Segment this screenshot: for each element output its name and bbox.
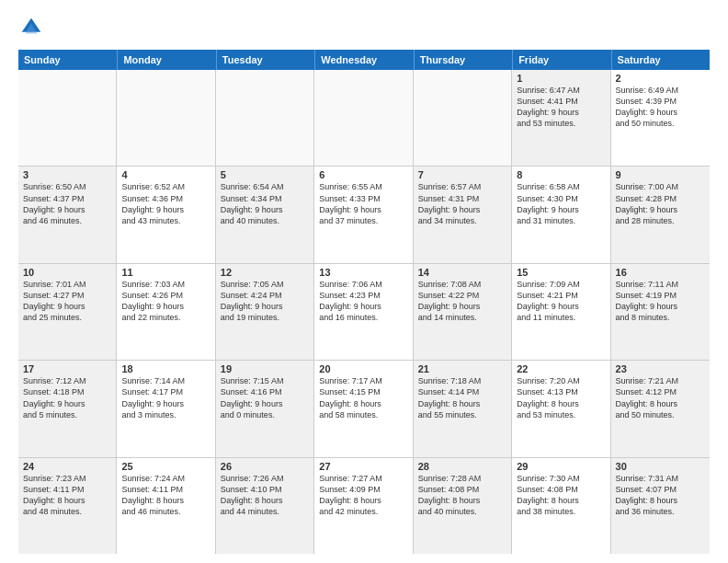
cal-cell-5-1: 24Sunrise: 7:23 AM Sunset: 4:11 PM Dayli… xyxy=(18,458,117,554)
day-number: 9 xyxy=(616,169,705,180)
day-info: Sunrise: 7:15 AM Sunset: 4:16 PM Dayligh… xyxy=(221,375,309,420)
cal-cell-3-4: 13Sunrise: 7:06 AM Sunset: 4:23 PM Dayli… xyxy=(314,264,413,360)
header-day-wednesday: Wednesday xyxy=(314,50,413,70)
cal-cell-4-2: 18Sunrise: 7:14 AM Sunset: 4:17 PM Dayli… xyxy=(117,361,215,456)
day-info: Sunrise: 7:03 AM Sunset: 4:26 PM Dayligh… xyxy=(121,279,210,324)
day-info: Sunrise: 7:09 AM Sunset: 4:21 PM Dayligh… xyxy=(517,279,605,324)
cal-cell-3-1: 10Sunrise: 7:01 AM Sunset: 4:27 PM Dayli… xyxy=(18,264,117,360)
cal-cell-2-6: 8Sunrise: 6:58 AM Sunset: 4:30 PM Daylig… xyxy=(512,167,610,262)
day-info: Sunrise: 7:18 AM Sunset: 4:14 PM Dayligh… xyxy=(418,375,506,420)
day-number: 16 xyxy=(616,267,705,278)
day-info: Sunrise: 6:49 AM Sunset: 4:39 PM Dayligh… xyxy=(616,85,705,130)
day-number: 3 xyxy=(23,169,111,180)
day-number: 25 xyxy=(121,461,210,472)
day-number: 26 xyxy=(221,461,309,472)
day-info: Sunrise: 7:12 AM Sunset: 4:18 PM Dayligh… xyxy=(23,375,111,420)
cal-cell-5-4: 27Sunrise: 7:27 AM Sunset: 4:09 PM Dayli… xyxy=(314,458,413,554)
week-row-4: 17Sunrise: 7:12 AM Sunset: 4:18 PM Dayli… xyxy=(18,361,710,457)
day-number: 18 xyxy=(121,363,210,374)
day-info: Sunrise: 6:57 AM Sunset: 4:31 PM Dayligh… xyxy=(418,181,506,226)
header-day-saturday: Saturday xyxy=(611,50,710,70)
day-info: Sunrise: 6:47 AM Sunset: 4:41 PM Dayligh… xyxy=(517,85,605,130)
day-number: 13 xyxy=(319,267,407,278)
day-info: Sunrise: 7:05 AM Sunset: 4:24 PM Dayligh… xyxy=(221,279,309,324)
day-number: 30 xyxy=(616,461,705,472)
day-info: Sunrise: 7:17 AM Sunset: 4:15 PM Dayligh… xyxy=(319,375,407,420)
cal-cell-1-5 xyxy=(414,70,512,166)
cal-cell-5-6: 29Sunrise: 7:30 AM Sunset: 4:08 PM Dayli… xyxy=(512,458,610,554)
day-number: 20 xyxy=(319,363,407,374)
calendar-header: SundayMondayTuesdayWednesdayThursdayFrid… xyxy=(18,50,710,70)
calendar: SundayMondayTuesdayWednesdayThursdayFrid… xyxy=(18,50,710,554)
day-info: Sunrise: 6:52 AM Sunset: 4:36 PM Dayligh… xyxy=(121,181,210,226)
header-day-sunday: Sunday xyxy=(18,50,117,70)
cal-cell-3-3: 12Sunrise: 7:05 AM Sunset: 4:24 PM Dayli… xyxy=(216,264,314,360)
week-row-5: 24Sunrise: 7:23 AM Sunset: 4:11 PM Dayli… xyxy=(18,458,710,554)
page: SundayMondayTuesdayWednesdayThursdayFrid… xyxy=(0,0,728,563)
cal-cell-5-7: 30Sunrise: 7:31 AM Sunset: 4:07 PM Dayli… xyxy=(611,458,710,554)
cal-cell-4-7: 23Sunrise: 7:21 AM Sunset: 4:12 PM Dayli… xyxy=(611,361,710,456)
cal-cell-2-4: 6Sunrise: 6:55 AM Sunset: 4:33 PM Daylig… xyxy=(314,167,413,262)
day-number: 21 xyxy=(418,363,506,374)
cal-cell-4-3: 19Sunrise: 7:15 AM Sunset: 4:16 PM Dayli… xyxy=(216,361,314,456)
logo xyxy=(18,15,48,40)
day-number: 1 xyxy=(517,73,605,84)
day-info: Sunrise: 7:08 AM Sunset: 4:22 PM Dayligh… xyxy=(418,279,506,324)
logo-icon xyxy=(18,15,44,40)
day-number: 4 xyxy=(121,169,210,180)
day-info: Sunrise: 6:54 AM Sunset: 4:34 PM Dayligh… xyxy=(221,181,309,226)
header-day-monday: Monday xyxy=(117,50,215,70)
day-number: 10 xyxy=(23,267,111,278)
header-day-friday: Friday xyxy=(512,50,610,70)
day-number: 5 xyxy=(221,169,309,180)
week-row-3: 10Sunrise: 7:01 AM Sunset: 4:27 PM Dayli… xyxy=(18,264,710,361)
day-number: 23 xyxy=(616,363,705,374)
cal-cell-2-2: 4Sunrise: 6:52 AM Sunset: 4:36 PM Daylig… xyxy=(117,167,215,262)
header-day-thursday: Thursday xyxy=(414,50,512,70)
week-row-1: 1Sunrise: 6:47 AM Sunset: 4:41 PM Daylig… xyxy=(18,70,710,167)
cal-cell-1-1 xyxy=(18,70,117,166)
day-info: Sunrise: 6:55 AM Sunset: 4:33 PM Dayligh… xyxy=(319,181,407,226)
day-info: Sunrise: 7:11 AM Sunset: 4:19 PM Dayligh… xyxy=(616,279,705,324)
calendar-body: 1Sunrise: 6:47 AM Sunset: 4:41 PM Daylig… xyxy=(18,70,710,554)
day-info: Sunrise: 7:20 AM Sunset: 4:13 PM Dayligh… xyxy=(517,375,605,420)
day-number: 11 xyxy=(121,267,210,278)
day-info: Sunrise: 7:01 AM Sunset: 4:27 PM Dayligh… xyxy=(23,279,111,324)
day-number: 2 xyxy=(616,73,705,84)
day-info: Sunrise: 7:23 AM Sunset: 4:11 PM Dayligh… xyxy=(23,473,111,518)
day-info: Sunrise: 7:27 AM Sunset: 4:09 PM Dayligh… xyxy=(319,473,407,518)
day-info: Sunrise: 7:28 AM Sunset: 4:08 PM Dayligh… xyxy=(418,473,506,518)
cal-cell-5-2: 25Sunrise: 7:24 AM Sunset: 4:11 PM Dayli… xyxy=(117,458,215,554)
cal-cell-1-2 xyxy=(117,70,215,166)
cal-cell-4-1: 17Sunrise: 7:12 AM Sunset: 4:18 PM Dayli… xyxy=(18,361,117,456)
day-number: 14 xyxy=(418,267,506,278)
day-info: Sunrise: 7:21 AM Sunset: 4:12 PM Dayligh… xyxy=(616,375,705,420)
day-number: 22 xyxy=(517,363,605,374)
cal-cell-2-3: 5Sunrise: 6:54 AM Sunset: 4:34 PM Daylig… xyxy=(216,167,314,262)
day-info: Sunrise: 7:00 AM Sunset: 4:28 PM Dayligh… xyxy=(616,181,705,226)
cal-cell-5-5: 28Sunrise: 7:28 AM Sunset: 4:08 PM Dayli… xyxy=(414,458,512,554)
cal-cell-1-3 xyxy=(216,70,314,166)
cal-cell-3-5: 14Sunrise: 7:08 AM Sunset: 4:22 PM Dayli… xyxy=(414,264,512,360)
day-info: Sunrise: 7:31 AM Sunset: 4:07 PM Dayligh… xyxy=(616,473,705,518)
day-number: 24 xyxy=(23,461,111,472)
header-day-tuesday: Tuesday xyxy=(216,50,314,70)
cal-cell-1-7: 2Sunrise: 6:49 AM Sunset: 4:39 PM Daylig… xyxy=(611,70,710,166)
cal-cell-3-7: 16Sunrise: 7:11 AM Sunset: 4:19 PM Dayli… xyxy=(611,264,710,360)
day-number: 17 xyxy=(23,363,111,374)
day-info: Sunrise: 6:50 AM Sunset: 4:37 PM Dayligh… xyxy=(23,181,111,226)
cal-cell-2-7: 9Sunrise: 7:00 AM Sunset: 4:28 PM Daylig… xyxy=(611,167,710,262)
cal-cell-1-6: 1Sunrise: 6:47 AM Sunset: 4:41 PM Daylig… xyxy=(512,70,610,166)
day-number: 12 xyxy=(221,267,309,278)
day-info: Sunrise: 7:14 AM Sunset: 4:17 PM Dayligh… xyxy=(121,375,210,420)
day-info: Sunrise: 7:06 AM Sunset: 4:23 PM Dayligh… xyxy=(319,279,407,324)
cal-cell-3-6: 15Sunrise: 7:09 AM Sunset: 4:21 PM Dayli… xyxy=(512,264,610,360)
day-number: 27 xyxy=(319,461,407,472)
week-row-2: 3Sunrise: 6:50 AM Sunset: 4:37 PM Daylig… xyxy=(18,167,710,263)
day-info: Sunrise: 7:30 AM Sunset: 4:08 PM Dayligh… xyxy=(517,473,605,518)
cal-cell-4-4: 20Sunrise: 7:17 AM Sunset: 4:15 PM Dayli… xyxy=(314,361,413,456)
day-info: Sunrise: 7:26 AM Sunset: 4:10 PM Dayligh… xyxy=(221,473,309,518)
day-number: 28 xyxy=(418,461,506,472)
cal-cell-5-3: 26Sunrise: 7:26 AM Sunset: 4:10 PM Dayli… xyxy=(216,458,314,554)
header xyxy=(18,15,710,40)
